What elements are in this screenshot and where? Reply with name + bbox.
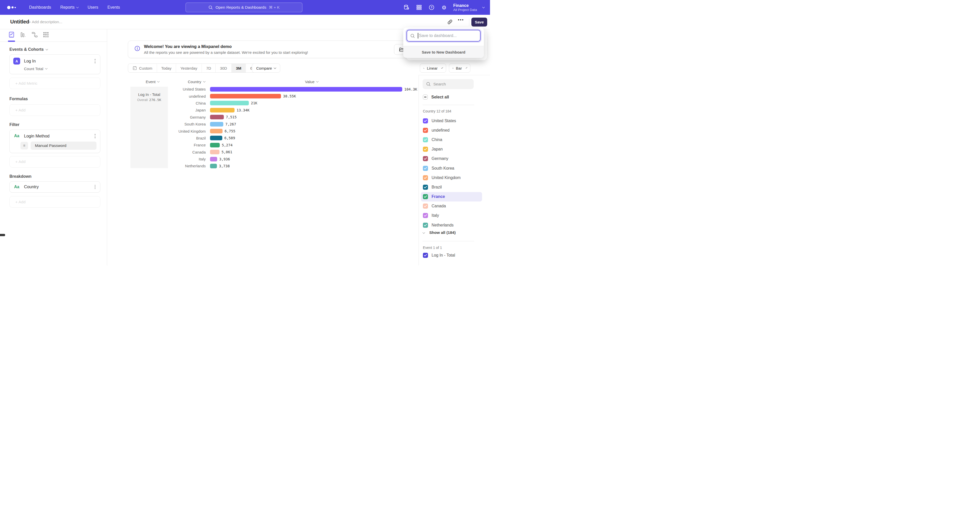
metric-card-log-in[interactable]: A Log In Count Total	[10, 54, 100, 74]
add-formula-button[interactable]: + Add	[10, 104, 100, 116]
bar-segment[interactable]	[210, 129, 223, 133]
legend-item-united-kingdom[interactable]: United Kingdom	[421, 173, 482, 182]
compare-button[interactable]: Compare	[252, 63, 280, 73]
legend-search-placeholder: Search	[433, 82, 446, 86]
checked-checkbox-icon[interactable]	[423, 137, 428, 142]
project-scope: All Project Data	[453, 8, 477, 12]
checked-checkbox-icon[interactable]	[423, 213, 428, 218]
nav-item-dashboards[interactable]: Dashboards	[29, 5, 51, 10]
data-management-icon[interactable]	[403, 4, 410, 11]
tab-retention[interactable]	[43, 32, 49, 38]
bar-segment[interactable]	[210, 150, 220, 154]
legend-item-italy[interactable]: Italy	[421, 211, 482, 220]
kebab-menu-icon[interactable]	[94, 184, 97, 190]
scrollbar-thumb[interactable]	[0, 234, 5, 236]
scale-selector-button[interactable]: Linear	[420, 63, 446, 73]
range-today[interactable]: Today	[157, 64, 176, 73]
kebab-menu-icon[interactable]	[94, 58, 97, 64]
add-filter-button[interactable]: + Add	[10, 156, 100, 168]
checked-checkbox-icon[interactable]	[423, 118, 428, 124]
chart-type-button[interactable]: Bar	[449, 63, 470, 73]
range-yesterday[interactable]: Yesterday	[176, 64, 202, 73]
add-description-field[interactable]: + Add description...	[29, 20, 62, 24]
breakdown-card-country[interactable]: Aa Country	[10, 181, 100, 193]
bar-segment[interactable]	[210, 101, 249, 105]
filter-value-chip[interactable]: Manual Password	[30, 141, 97, 150]
overall-value: 276.5K	[149, 98, 161, 102]
nav-item-events[interactable]: Events	[107, 5, 120, 10]
save-to-dashboard-popover: Save to dashboard... Save to New Dashboa…	[403, 27, 484, 58]
column-header-event[interactable]: Event	[146, 79, 159, 84]
range-7d[interactable]: 7D	[202, 64, 216, 73]
report-type-tabs	[0, 29, 107, 42]
legend-item-brazil[interactable]: Brazil	[421, 182, 482, 192]
bar-segment[interactable]	[210, 164, 217, 168]
save-button[interactable]: Save	[471, 17, 487, 27]
legend-item-canada[interactable]: Canada	[421, 201, 482, 211]
nav-item-reports[interactable]: Reports	[60, 5, 78, 10]
checked-checkbox-icon[interactable]	[423, 156, 428, 161]
legend-item-united-states[interactable]: United States	[421, 116, 482, 125]
project-selector[interactable]: Finance All Project Data	[453, 3, 484, 12]
checked-checkbox-icon[interactable]	[423, 128, 428, 133]
checked-checkbox-icon[interactable]	[423, 223, 428, 228]
checked-checkbox-icon[interactable]	[423, 185, 428, 190]
legend-item-netherlands[interactable]: Netherlands	[421, 220, 482, 230]
checked-checkbox-icon[interactable]	[423, 175, 428, 180]
save-to-new-dashboard-button[interactable]: Save to New Dashboard	[403, 46, 484, 58]
legend-item-china[interactable]: China	[421, 135, 482, 144]
legend-item-france[interactable]: France	[421, 192, 482, 201]
checked-checkbox-icon[interactable]	[423, 194, 428, 199]
legend-item-label: Japan	[431, 147, 443, 152]
bar-category-label: China	[163, 101, 206, 105]
event-series-cell[interactable]: Log In - Total Overall276.5K	[130, 87, 168, 168]
nav-item-users[interactable]: Users	[88, 5, 98, 10]
column-header-value[interactable]: Value	[305, 79, 318, 84]
bar-segment[interactable]	[210, 122, 223, 127]
bar-segment[interactable]	[210, 94, 281, 98]
kebab-menu-icon[interactable]	[94, 133, 97, 139]
range-3m[interactable]: 3M	[232, 64, 246, 73]
add-breakdown-button[interactable]: + Add	[10, 196, 100, 208]
checked-checkbox-icon[interactable]	[423, 147, 428, 152]
bar-segment[interactable]	[210, 136, 222, 140]
legend-item-germany[interactable]: Germany	[421, 154, 482, 163]
report-title[interactable]: Untitled	[10, 19, 29, 25]
help-icon[interactable]: ?	[428, 4, 435, 11]
checked-checkbox-icon[interactable]	[423, 203, 428, 209]
legend-item-japan[interactable]: Japan	[421, 144, 482, 154]
checked-checkbox-icon[interactable]	[423, 166, 428, 171]
show-all-toggle[interactable]: Show all (184)	[423, 230, 455, 235]
global-search-input[interactable]: Open Reports & Dashboards ⌘ + K	[186, 3, 302, 12]
apps-grid-icon[interactable]	[416, 4, 422, 11]
events-cohorts-header[interactable]: Events & Cohorts	[10, 47, 100, 52]
mixpanel-logo-icon[interactable]	[7, 6, 16, 9]
bar-segment[interactable]	[210, 115, 224, 119]
copy-link-icon[interactable]	[447, 19, 453, 25]
settings-gear-icon[interactable]: ⚙	[441, 4, 447, 11]
filter-card-login-method[interactable]: Aa Login Method = Manual Password	[10, 130, 100, 153]
save-dashboard-search-input[interactable]: Save to dashboard...	[407, 30, 480, 41]
tab-insights[interactable]	[8, 32, 15, 38]
bar-row-japan: Japan13.34K	[163, 106, 418, 114]
column-header-country[interactable]: Country	[188, 79, 205, 84]
bar-segment[interactable]	[210, 143, 220, 147]
add-metric-button[interactable]: + Add Metric	[10, 78, 100, 89]
tab-flows[interactable]	[32, 32, 38, 38]
range-custom[interactable]: Custom	[128, 64, 157, 73]
operator-chip[interactable]: =	[21, 142, 28, 149]
more-options-icon[interactable]: •••	[458, 17, 464, 22]
bar-segment[interactable]	[210, 108, 234, 113]
bar-row-italy: Italy3,936	[163, 155, 418, 162]
bar-segment[interactable]	[210, 157, 217, 162]
range-30d[interactable]: 30D	[216, 64, 232, 73]
legend-event-item[interactable]: Log In - Total	[423, 253, 455, 258]
bar-row-united-kingdom: United Kingdom6,755	[163, 127, 418, 135]
legend-search-input[interactable]: Search	[423, 79, 474, 89]
bar-segment[interactable]	[210, 87, 402, 92]
select-all-checkbox[interactable]: Select all	[423, 95, 449, 100]
legend-item-south-korea[interactable]: South Korea	[421, 163, 482, 173]
aggregation-selector[interactable]: Count Total	[24, 67, 97, 71]
legend-item-undefined[interactable]: undefined	[421, 125, 482, 135]
tab-funnels[interactable]	[20, 32, 27, 38]
